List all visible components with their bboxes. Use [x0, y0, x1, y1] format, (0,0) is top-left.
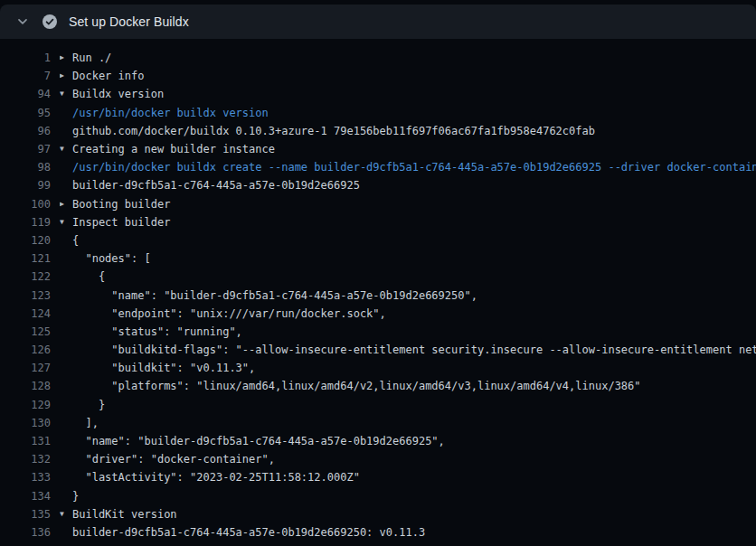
group-label[interactable]: Docker info — [72, 70, 144, 82]
line-number[interactable]: 100 — [0, 198, 51, 211]
log-line: 124 "endpoint": "unix:///var/run/docker.… — [0, 305, 756, 323]
line-content: ▼Creating a new builder instance — [60, 143, 756, 155]
line-content: "name": "builder-d9cfb5a1-c764-445a-a57e… — [60, 435, 756, 447]
log-group-row[interactable]: 135▼BuildKit version — [0, 505, 756, 523]
output-text: "buildkit": "v0.11.3", — [72, 362, 255, 374]
log-line: 123 "name": "builder-d9cfb5a1-c764-445a-… — [0, 286, 756, 304]
output-text: { — [72, 234, 79, 247]
triangle-down-icon[interactable]: ▼ — [60, 511, 72, 518]
group-label[interactable]: Buildx version — [72, 88, 164, 100]
log-line: 129 } — [0, 396, 756, 414]
step-log-container: Set up Docker Buildx 1▶Run ./7▶Docker in… — [0, 5, 756, 541]
output-text: } — [72, 490, 79, 503]
output-text: "nodes": [ — [72, 252, 151, 265]
line-content: } — [60, 399, 756, 411]
group-label[interactable]: BuildKit version — [72, 508, 177, 521]
line-number[interactable]: 134 — [0, 490, 51, 503]
line-number[interactable]: 127 — [0, 362, 51, 374]
line-number[interactable]: 98 — [0, 161, 51, 174]
line-content: /usr/bin/docker buildx version — [60, 107, 756, 119]
log-line: 99builder-d9cfb5a1-c764-445a-a57e-0b19d2… — [0, 176, 756, 194]
group-label[interactable]: Booting builder — [72, 198, 170, 211]
line-content: { — [60, 234, 756, 247]
line-number[interactable]: 121 — [0, 252, 51, 265]
line-number[interactable]: 7 — [0, 70, 51, 82]
line-number[interactable]: 97 — [0, 143, 51, 155]
log-group-row[interactable]: 7▶Docker info — [0, 67, 756, 85]
group-label[interactable]: Creating a new builder instance — [72, 143, 275, 155]
log-line: 125 "status": "running", — [0, 323, 756, 341]
triangle-right-icon[interactable]: ▶ — [60, 72, 72, 80]
log-line: 98/usr/bin/docker buildx create --name b… — [0, 158, 756, 176]
log-line: 96github.com/docker/buildx 0.10.3+azure-… — [0, 122, 756, 140]
output-text: builder-d9cfb5a1-c764-445a-a57e-0b19d2e6… — [72, 179, 360, 192]
line-number[interactable]: 128 — [0, 380, 51, 392]
line-content: "lastActivity": "2023-02-25T11:58:12.000… — [60, 471, 756, 484]
line-number[interactable]: 124 — [0, 307, 51, 320]
log-line: 133 "lastActivity": "2023-02-25T11:58:12… — [0, 468, 756, 486]
log-group-row[interactable]: 1▶Run ./ — [0, 49, 756, 67]
group-label[interactable]: Inspect builder — [72, 216, 170, 229]
line-content: ▼Inspect builder — [60, 216, 756, 229]
triangle-right-icon[interactable]: ▶ — [60, 201, 72, 208]
line-number[interactable]: 119 — [0, 216, 51, 229]
triangle-down-icon[interactable]: ▼ — [60, 219, 72, 226]
line-number[interactable]: 129 — [0, 399, 51, 411]
log-group-row[interactable]: 97▼Creating a new builder instance — [0, 140, 756, 158]
line-number[interactable]: 122 — [0, 270, 51, 283]
log-line: 120{ — [0, 231, 756, 249]
triangle-right-icon[interactable]: ▶ — [60, 54, 72, 61]
log-line: 130 ], — [0, 414, 756, 432]
output-text: "name": "builder-d9cfb5a1-c764-445a-a57e… — [72, 435, 445, 447]
log-line: 121 "nodes": [ — [0, 249, 756, 268]
log-group-row[interactable]: 100▶Booting builder — [0, 195, 756, 213]
line-content: "platforms": "linux/amd64,linux/amd64/v2… — [60, 380, 756, 392]
line-content: "buildkitd-flags": "--allow-insecure-ent… — [60, 344, 756, 356]
triangle-down-icon[interactable]: ▼ — [60, 90, 72, 98]
output-text: builder-d9cfb5a1-c764-445a-a57e-0b19d2e6… — [72, 526, 425, 539]
line-content: /usr/bin/docker buildx create --name bui… — [60, 161, 756, 174]
line-number[interactable]: 95 — [0, 107, 51, 119]
triangle-down-icon[interactable]: ▼ — [60, 146, 72, 153]
line-number[interactable]: 131 — [0, 435, 51, 447]
log-group-row[interactable]: 119▼Inspect builder — [0, 213, 756, 231]
line-content: "driver": "docker-container", — [60, 453, 756, 466]
output-text: } — [72, 399, 105, 411]
log-group-row[interactable]: 94▼Buildx version — [0, 85, 756, 103]
line-number[interactable]: 94 — [0, 88, 51, 100]
log-line: 132 "driver": "docker-container", — [0, 450, 756, 468]
output-text: ], — [72, 417, 99, 429]
output-text: "status": "running", — [72, 325, 242, 338]
group-label[interactable]: Run ./ — [72, 52, 111, 64]
line-content: ▼BuildKit version — [60, 508, 756, 521]
line-content: ▼Buildx version — [60, 88, 756, 100]
line-content: } — [60, 490, 756, 503]
line-content: { — [60, 270, 756, 283]
line-number[interactable]: 1 — [0, 52, 51, 64]
step-header[interactable]: Set up Docker Buildx — [0, 5, 756, 39]
log-line: 134} — [0, 487, 756, 505]
log-line: 126 "buildkitd-flags": "--allow-insecure… — [0, 341, 756, 359]
line-number[interactable]: 99 — [0, 179, 51, 192]
line-number[interactable]: 132 — [0, 453, 51, 466]
log-lines: 1▶Run ./7▶Docker info94▼Buildx version95… — [0, 39, 756, 541]
output-text: "name": "builder-d9cfb5a1-c764-445a-a57e… — [72, 289, 477, 302]
line-content: ▶Run ./ — [60, 52, 756, 64]
line-number[interactable]: 125 — [0, 325, 51, 338]
line-number[interactable]: 130 — [0, 417, 51, 429]
line-number[interactable]: 96 — [0, 125, 51, 137]
log-line: 127 "buildkit": "v0.11.3", — [0, 359, 756, 377]
line-number[interactable]: 135 — [0, 508, 51, 521]
line-content: ], — [60, 417, 756, 429]
output-text: { — [72, 270, 105, 283]
line-number[interactable]: 126 — [0, 344, 51, 356]
line-number[interactable]: 136 — [0, 526, 51, 539]
line-content: github.com/docker/buildx 0.10.3+azure-1 … — [60, 125, 756, 137]
chevron-down-icon[interactable] — [16, 15, 29, 28]
log-line: 128 "platforms": "linux/amd64,linux/amd6… — [0, 377, 756, 395]
line-number[interactable]: 123 — [0, 289, 51, 302]
output-text: "buildkitd-flags": "--allow-insecure-ent… — [72, 344, 756, 356]
line-number[interactable]: 133 — [0, 471, 51, 484]
command-text: /usr/bin/docker buildx create --name bui… — [72, 161, 756, 174]
line-number[interactable]: 120 — [0, 234, 51, 247]
